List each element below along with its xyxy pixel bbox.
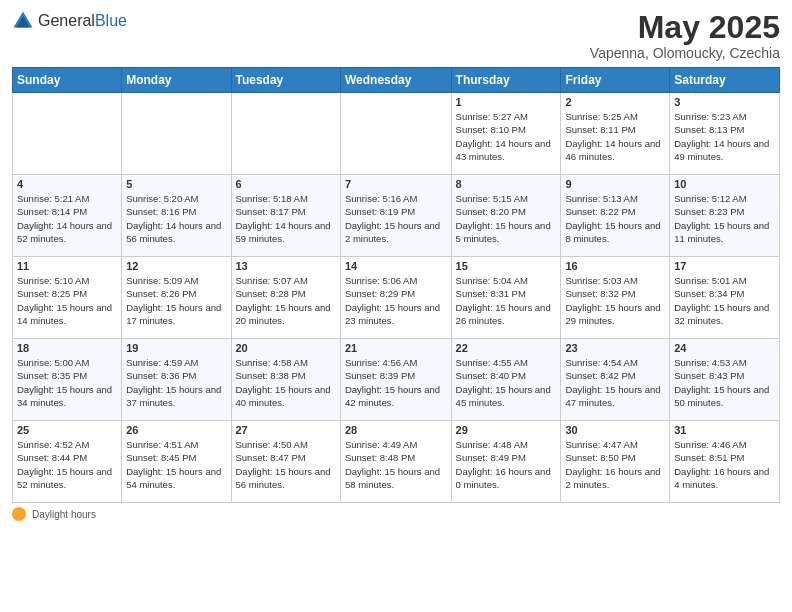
- day-info: Sunrise: 5:23 AMSunset: 8:13 PMDaylight:…: [674, 110, 775, 163]
- day-number: 27: [236, 424, 336, 436]
- calendar-cell: 28Sunrise: 4:49 AMSunset: 8:48 PMDayligh…: [340, 421, 451, 503]
- calendar-cell: 9Sunrise: 5:13 AMSunset: 8:22 PMDaylight…: [561, 175, 670, 257]
- col-thursday: Thursday: [451, 68, 561, 93]
- day-number: 1: [456, 96, 557, 108]
- day-info: Sunrise: 4:59 AMSunset: 8:36 PMDaylight:…: [126, 356, 226, 409]
- day-info: Sunrise: 5:04 AMSunset: 8:31 PMDaylight:…: [456, 274, 557, 327]
- day-number: 7: [345, 178, 447, 190]
- day-info: Sunrise: 4:46 AMSunset: 8:51 PMDaylight:…: [674, 438, 775, 491]
- header: GeneralBlue May 2025 Vapenna, Olomoucky,…: [12, 10, 780, 61]
- day-info: Sunrise: 4:50 AMSunset: 8:47 PMDaylight:…: [236, 438, 336, 491]
- calendar-cell: 13Sunrise: 5:07 AMSunset: 8:28 PMDayligh…: [231, 257, 340, 339]
- calendar-week-3: 11Sunrise: 5:10 AMSunset: 8:25 PMDayligh…: [13, 257, 780, 339]
- page-container: GeneralBlue May 2025 Vapenna, Olomoucky,…: [0, 0, 792, 529]
- day-info: Sunrise: 4:55 AMSunset: 8:40 PMDaylight:…: [456, 356, 557, 409]
- day-info: Sunrise: 5:12 AMSunset: 8:23 PMDaylight:…: [674, 192, 775, 245]
- day-info: Sunrise: 4:53 AMSunset: 8:43 PMDaylight:…: [674, 356, 775, 409]
- day-info: Sunrise: 5:13 AMSunset: 8:22 PMDaylight:…: [565, 192, 665, 245]
- day-info: Sunrise: 5:15 AMSunset: 8:20 PMDaylight:…: [456, 192, 557, 245]
- calendar-cell: 11Sunrise: 5:10 AMSunset: 8:25 PMDayligh…: [13, 257, 122, 339]
- month-title: May 2025: [590, 10, 780, 45]
- day-number: 8: [456, 178, 557, 190]
- day-info: Sunrise: 5:00 AMSunset: 8:35 PMDaylight:…: [17, 356, 117, 409]
- col-friday: Friday: [561, 68, 670, 93]
- day-number: 24: [674, 342, 775, 354]
- day-info: Sunrise: 5:20 AMSunset: 8:16 PMDaylight:…: [126, 192, 226, 245]
- day-info: Sunrise: 4:47 AMSunset: 8:50 PMDaylight:…: [565, 438, 665, 491]
- calendar-cell: 8Sunrise: 5:15 AMSunset: 8:20 PMDaylight…: [451, 175, 561, 257]
- day-number: 20: [236, 342, 336, 354]
- day-info: Sunrise: 4:58 AMSunset: 8:38 PMDaylight:…: [236, 356, 336, 409]
- day-number: 17: [674, 260, 775, 272]
- calendar-cell: 18Sunrise: 5:00 AMSunset: 8:35 PMDayligh…: [13, 339, 122, 421]
- day-number: 25: [17, 424, 117, 436]
- day-number: 23: [565, 342, 665, 354]
- calendar-cell: 4Sunrise: 5:21 AMSunset: 8:14 PMDaylight…: [13, 175, 122, 257]
- day-info: Sunrise: 4:48 AMSunset: 8:49 PMDaylight:…: [456, 438, 557, 491]
- day-info: Sunrise: 4:56 AMSunset: 8:39 PMDaylight:…: [345, 356, 447, 409]
- day-number: 26: [126, 424, 226, 436]
- calendar-week-1: 1Sunrise: 5:27 AMSunset: 8:10 PMDaylight…: [13, 93, 780, 175]
- day-number: 12: [126, 260, 226, 272]
- footer: Daylight hours: [12, 507, 780, 521]
- day-info: Sunrise: 5:21 AMSunset: 8:14 PMDaylight:…: [17, 192, 117, 245]
- day-info: Sunrise: 5:07 AMSunset: 8:28 PMDaylight:…: [236, 274, 336, 327]
- day-number: 11: [17, 260, 117, 272]
- day-number: 6: [236, 178, 336, 190]
- day-info: Sunrise: 5:09 AMSunset: 8:26 PMDaylight:…: [126, 274, 226, 327]
- day-number: 15: [456, 260, 557, 272]
- calendar-cell: 3Sunrise: 5:23 AMSunset: 8:13 PMDaylight…: [670, 93, 780, 175]
- calendar-week-5: 25Sunrise: 4:52 AMSunset: 8:44 PMDayligh…: [13, 421, 780, 503]
- day-info: Sunrise: 5:16 AMSunset: 8:19 PMDaylight:…: [345, 192, 447, 245]
- day-info: Sunrise: 5:10 AMSunset: 8:25 PMDaylight:…: [17, 274, 117, 327]
- day-number: 9: [565, 178, 665, 190]
- calendar-cell: 27Sunrise: 4:50 AMSunset: 8:47 PMDayligh…: [231, 421, 340, 503]
- day-number: 18: [17, 342, 117, 354]
- day-info: Sunrise: 5:27 AMSunset: 8:10 PMDaylight:…: [456, 110, 557, 163]
- calendar-cell: 26Sunrise: 4:51 AMSunset: 8:45 PMDayligh…: [122, 421, 231, 503]
- calendar-cell: 23Sunrise: 4:54 AMSunset: 8:42 PMDayligh…: [561, 339, 670, 421]
- calendar-cell: 25Sunrise: 4:52 AMSunset: 8:44 PMDayligh…: [13, 421, 122, 503]
- day-info: Sunrise: 5:06 AMSunset: 8:29 PMDaylight:…: [345, 274, 447, 327]
- day-number: 5: [126, 178, 226, 190]
- day-info: Sunrise: 4:52 AMSunset: 8:44 PMDaylight:…: [17, 438, 117, 491]
- calendar-cell: 29Sunrise: 4:48 AMSunset: 8:49 PMDayligh…: [451, 421, 561, 503]
- calendar-week-2: 4Sunrise: 5:21 AMSunset: 8:14 PMDaylight…: [13, 175, 780, 257]
- col-wednesday: Wednesday: [340, 68, 451, 93]
- day-number: 14: [345, 260, 447, 272]
- calendar-cell: 17Sunrise: 5:01 AMSunset: 8:34 PMDayligh…: [670, 257, 780, 339]
- calendar-week-4: 18Sunrise: 5:00 AMSunset: 8:35 PMDayligh…: [13, 339, 780, 421]
- day-number: 16: [565, 260, 665, 272]
- logo: GeneralBlue: [12, 10, 127, 32]
- day-number: 31: [674, 424, 775, 436]
- calendar-cell: 12Sunrise: 5:09 AMSunset: 8:26 PMDayligh…: [122, 257, 231, 339]
- calendar-cell: [122, 93, 231, 175]
- day-number: 28: [345, 424, 447, 436]
- calendar-cell: 19Sunrise: 4:59 AMSunset: 8:36 PMDayligh…: [122, 339, 231, 421]
- sun-icon: [12, 507, 26, 521]
- calendar-cell: 31Sunrise: 4:46 AMSunset: 8:51 PMDayligh…: [670, 421, 780, 503]
- calendar-cell: [231, 93, 340, 175]
- location-text: Vapenna, Olomoucky, Czechia: [590, 45, 780, 61]
- calendar-table: Sunday Monday Tuesday Wednesday Thursday…: [12, 67, 780, 503]
- day-number: 22: [456, 342, 557, 354]
- col-sunday: Sunday: [13, 68, 122, 93]
- day-number: 10: [674, 178, 775, 190]
- calendar-cell: 7Sunrise: 5:16 AMSunset: 8:19 PMDaylight…: [340, 175, 451, 257]
- day-number: 21: [345, 342, 447, 354]
- calendar-header-row: Sunday Monday Tuesday Wednesday Thursday…: [13, 68, 780, 93]
- logo-icon: [12, 10, 34, 32]
- col-tuesday: Tuesday: [231, 68, 340, 93]
- col-monday: Monday: [122, 68, 231, 93]
- title-block: May 2025 Vapenna, Olomoucky, Czechia: [590, 10, 780, 61]
- calendar-cell: 30Sunrise: 4:47 AMSunset: 8:50 PMDayligh…: [561, 421, 670, 503]
- calendar-cell: [340, 93, 451, 175]
- calendar-cell: 16Sunrise: 5:03 AMSunset: 8:32 PMDayligh…: [561, 257, 670, 339]
- col-saturday: Saturday: [670, 68, 780, 93]
- day-number: 4: [17, 178, 117, 190]
- calendar-cell: 21Sunrise: 4:56 AMSunset: 8:39 PMDayligh…: [340, 339, 451, 421]
- logo-blue-text: Blue: [95, 12, 127, 29]
- calendar-cell: 6Sunrise: 5:18 AMSunset: 8:17 PMDaylight…: [231, 175, 340, 257]
- calendar-cell: 2Sunrise: 5:25 AMSunset: 8:11 PMDaylight…: [561, 93, 670, 175]
- day-number: 19: [126, 342, 226, 354]
